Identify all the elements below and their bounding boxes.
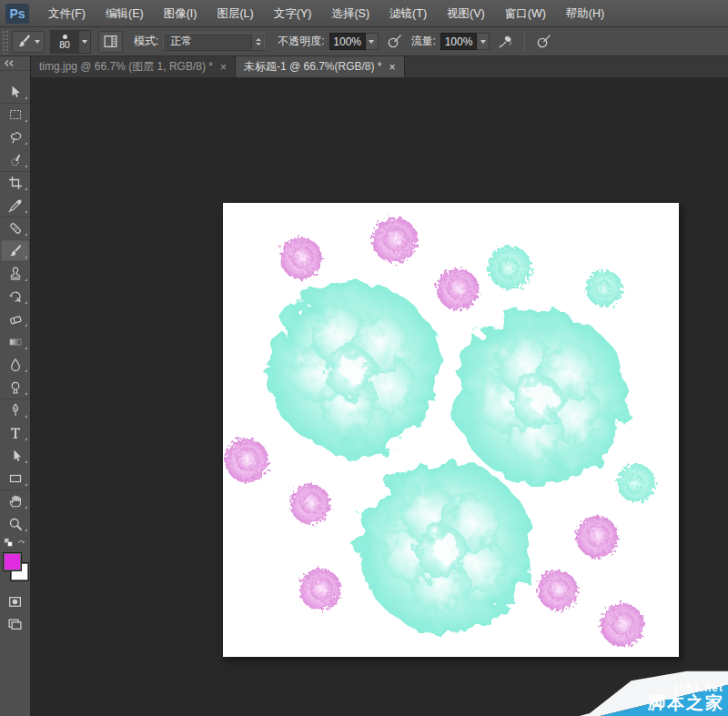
menu-item[interactable]: 窗口(W) xyxy=(495,0,556,27)
opacity-label: 不透明度: xyxy=(278,34,324,49)
tab-title: timg.jpg @ 66.7% (图层 1, RGB/8) * xyxy=(39,59,213,75)
brush-panel-icon xyxy=(103,34,118,49)
document-tab[interactable]: 未标题-1 @ 66.7%(RGB/8) *× xyxy=(236,56,405,77)
pompom-pink-flower xyxy=(372,217,418,263)
document-tab-bar: timg.jpg @ 66.7% (图层 1, RGB/8) *×未标题-1 @… xyxy=(31,56,728,77)
quick-mask-button[interactable] xyxy=(0,590,30,612)
tools-panel-header[interactable] xyxy=(0,56,30,71)
blend-mode-value: 正常 xyxy=(170,34,251,49)
icon-gradient xyxy=(8,335,23,349)
icon-zoom xyxy=(8,517,23,531)
app-logo: Ps xyxy=(5,4,29,24)
shape-tool[interactable] xyxy=(0,467,30,489)
pompom-cyan-flower xyxy=(586,270,622,307)
brush-size-preview: 80 xyxy=(51,31,78,53)
eraser-tool[interactable] xyxy=(0,308,30,330)
document-tab[interactable]: timg.jpg @ 66.7% (图层 1, RGB/8) *× xyxy=(31,56,236,77)
chevron-down-icon xyxy=(369,40,374,44)
icon-eraser xyxy=(8,312,23,327)
brush-preset-icon xyxy=(16,34,32,49)
airbrush-button[interactable] xyxy=(494,31,517,53)
menu-item[interactable]: 图像(I) xyxy=(154,0,207,27)
icon-eyedropper xyxy=(8,198,23,213)
watermark-name-text: 脚本之家 xyxy=(648,691,724,715)
opacity-input[interactable]: 100% xyxy=(329,33,366,50)
hand-tool[interactable] xyxy=(0,489,30,512)
lasso-tool[interactable] xyxy=(0,126,30,148)
icon-move xyxy=(8,85,23,99)
pressure-size-button[interactable] xyxy=(532,31,555,53)
history-brush-tool[interactable] xyxy=(0,285,30,308)
pompom-pink-flower xyxy=(299,569,341,610)
default-colors-icon[interactable] xyxy=(4,538,14,548)
tool-preset-button[interactable] xyxy=(12,31,45,53)
canvas-artwork xyxy=(223,203,679,657)
color-control-row xyxy=(0,535,30,549)
brush-size-dropdown-button[interactable] xyxy=(78,31,90,53)
pompom-cyan-flower xyxy=(617,464,655,502)
options-bar-grip-icon xyxy=(2,30,8,54)
icon-pen xyxy=(8,403,23,418)
menu-item[interactable]: 图层(L) xyxy=(207,0,263,27)
icon-history xyxy=(8,289,23,304)
tools-panel xyxy=(0,56,31,716)
flow-input[interactable]: 100% xyxy=(440,33,477,50)
healing-brush-tool[interactable] xyxy=(0,217,30,239)
chevron-down-icon xyxy=(480,40,486,44)
menu-item[interactable]: 帮助(H) xyxy=(556,0,614,27)
pressure-size-icon xyxy=(536,34,551,49)
menu-item[interactable]: 文件(F) xyxy=(38,0,96,27)
carnation-flower xyxy=(455,311,628,484)
site-watermark: jb51.net 脚本之家 xyxy=(555,663,728,716)
icon-brush xyxy=(8,244,23,258)
updown-arrows-icon xyxy=(251,34,264,50)
screen-mode-icon xyxy=(7,616,23,631)
dodge-tool[interactable] xyxy=(0,376,30,398)
crop-tool[interactable] xyxy=(0,171,30,194)
menu-item[interactable]: 选择(S) xyxy=(321,0,379,27)
menu-bar-items: 文件(F)编辑(E)图像(I)图层(L)文字(Y)选择(S)滤镜(T)视图(V)… xyxy=(38,0,614,27)
mode-label: 模式: xyxy=(134,34,158,49)
gradient-tool[interactable] xyxy=(0,330,30,353)
tab-close-button[interactable]: × xyxy=(389,61,396,74)
opacity-dropdown-button[interactable] xyxy=(366,33,379,50)
brush-size-picker[interactable]: 80 xyxy=(50,30,91,54)
type-tool[interactable] xyxy=(0,421,30,444)
flow-dropdown-button[interactable] xyxy=(477,33,490,50)
flow-label: 流量: xyxy=(411,34,436,49)
brush-size-value: 80 xyxy=(59,40,70,49)
move-tool[interactable] xyxy=(0,80,30,103)
menu-item[interactable]: 文字(Y) xyxy=(264,0,322,27)
swap-colors-icon[interactable] xyxy=(16,538,26,548)
zoom-tool[interactable] xyxy=(0,512,30,535)
pressure-opacity-button[interactable] xyxy=(383,31,406,53)
toggle-brush-panel-button[interactable] xyxy=(98,31,123,53)
clone-stamp-tool[interactable] xyxy=(0,262,30,285)
pompom-pink-flower xyxy=(437,268,479,310)
pen-tool[interactable] xyxy=(0,398,30,421)
pompom-pink-flower xyxy=(601,603,644,647)
icon-hand xyxy=(8,494,23,509)
icon-lasso xyxy=(8,130,23,145)
brush-tool[interactable] xyxy=(0,239,30,262)
menu-item[interactable]: 视图(V) xyxy=(437,0,495,27)
pompom-pink-flower xyxy=(290,484,330,524)
marquee-tool[interactable] xyxy=(0,103,30,126)
foreground-color-swatch[interactable] xyxy=(3,552,22,571)
pompom-cyan-flower xyxy=(488,246,531,289)
icon-quickselect xyxy=(8,153,23,167)
tab-title: 未标题-1 @ 66.7%(RGB/8) * xyxy=(244,59,382,75)
eyedropper-tool[interactable] xyxy=(0,194,30,217)
icon-marquee xyxy=(8,107,23,122)
options-bar: 80 模式: 正常 不透明度: 100% 流量: 100% xyxy=(0,27,728,56)
quick-selection-tool[interactable] xyxy=(0,148,30,171)
menu-item[interactable]: 滤镜(T) xyxy=(379,0,437,27)
tab-close-button[interactable]: × xyxy=(220,61,227,74)
blend-mode-select[interactable]: 正常 xyxy=(163,33,265,51)
path-selection-tool[interactable] xyxy=(0,444,30,467)
menu-item[interactable]: 编辑(E) xyxy=(96,0,154,27)
blur-tool[interactable] xyxy=(0,353,30,376)
document-canvas[interactable] xyxy=(223,203,679,657)
icon-blur xyxy=(8,358,23,372)
screen-mode-button[interactable] xyxy=(0,612,30,634)
